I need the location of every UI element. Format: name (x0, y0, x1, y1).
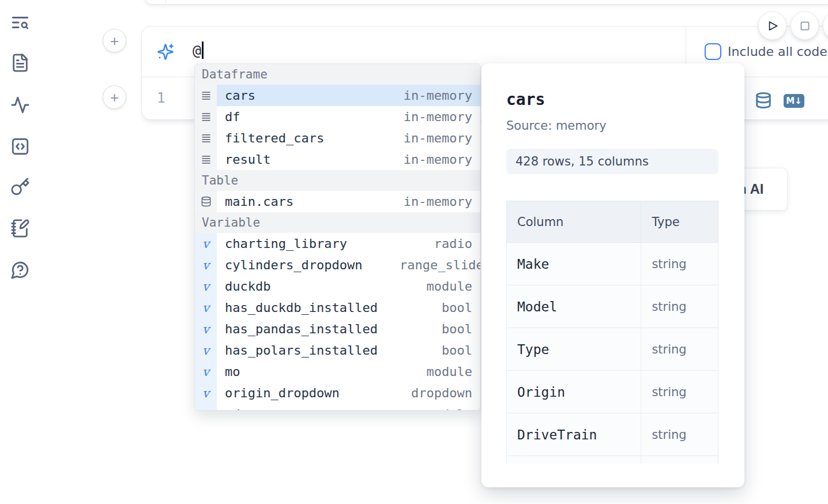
autocomplete-item-result[interactable]: resultin-memory (195, 149, 480, 170)
variable-icon: v (202, 386, 209, 400)
item-type: bool (442, 343, 480, 358)
item-main: has_pandas_installedbool (217, 318, 480, 340)
autocomplete-item-pd[interactable]: vpdmodule (195, 404, 480, 411)
autocomplete-item-charting_library[interactable]: vcharting_libraryradio (195, 233, 480, 254)
schema-table: ColumnTypeMakestringModelstringTypestrin… (506, 201, 718, 464)
code-square-icon[interactable] (10, 137, 31, 157)
item-main: resultin-memory (217, 149, 480, 170)
item-type: bool (442, 322, 480, 336)
autocomplete-menu: Dataframecarsin-memorydfin-memoryfiltere… (194, 63, 481, 411)
schema-row: Makestring (507, 243, 718, 285)
item-icon-gutter: v (195, 404, 217, 411)
item-type: in-memory (404, 110, 480, 124)
schema-column-type: string (641, 243, 718, 285)
schema-header-column: Column (507, 201, 641, 243)
item-main: carsin-memory (217, 85, 480, 106)
item-type: in-memory (404, 152, 480, 167)
schema-header-type: Type (641, 201, 718, 243)
sparkles-icon (157, 43, 174, 61)
schema-row: Modelstring (507, 285, 718, 328)
variable-icon: v (202, 280, 209, 294)
item-name: cylinders_dropdown (217, 258, 362, 272)
item-icon-gutter: v (195, 297, 217, 318)
item-name: main.cars (217, 194, 293, 209)
variable-icon: v (202, 301, 209, 315)
stop-button[interactable] (791, 12, 819, 40)
variable-icon: v (202, 237, 209, 251)
item-icon-gutter: v (195, 318, 217, 340)
autocomplete-item-has_duckdb_installed[interactable]: vhas_duckdb_installedbool (195, 297, 480, 318)
preview-table-wrap: ColumnTypeMakestringModelstringTypestrin… (506, 201, 719, 464)
item-name: has_duckdb_installed (217, 300, 378, 315)
database-icon[interactable] (755, 92, 772, 109)
item-type: in-memory (404, 131, 480, 145)
autocomplete-item-main.cars[interactable]: main.carsin-memory (195, 191, 480, 212)
item-main: filtered_carsin-memory (217, 127, 480, 149)
preview-source: Source: memory (506, 119, 744, 133)
variable-icon: v (202, 322, 209, 336)
item-type: radio (434, 236, 480, 251)
run-cell-button[interactable] (758, 12, 786, 40)
item-main: pdmodule (217, 404, 480, 411)
schema-column-name: DriveTrain (507, 413, 641, 456)
autocomplete-item-has_pandas_installed[interactable]: vhas_pandas_installedbool (195, 318, 480, 340)
item-type: module (427, 364, 480, 379)
item-main: has_polars_installedbool (217, 340, 480, 361)
autocomplete-item-mo[interactable]: vmomodule (195, 361, 480, 382)
item-type: module (427, 279, 480, 294)
previous-cell-bottom (144, 0, 828, 5)
item-type: in-memory (404, 194, 480, 209)
play-icon (765, 18, 780, 33)
autocomplete-section-header: Variable (195, 212, 480, 233)
autocomplete-item-origin_dropdown[interactable]: vorigin_dropdowndropdown (195, 382, 480, 404)
item-main: dfin-memory (217, 106, 480, 127)
autocomplete-item-df[interactable]: dfin-memory (195, 106, 480, 127)
autocomplete-section-header: Table (195, 170, 480, 191)
add-cell-below-button[interactable]: + (103, 85, 126, 109)
item-type: bool (442, 300, 480, 315)
autocomplete-item-filtered_cars[interactable]: filtered_carsin-memory (195, 127, 480, 149)
item-icon-gutter: v (195, 254, 217, 276)
item-main: origin_dropdowndropdown (217, 382, 480, 404)
key-icon[interactable] (10, 177, 31, 198)
item-name: cars (217, 88, 255, 103)
item-type: in-memory (404, 88, 480, 103)
item-name: duckdb (217, 279, 270, 294)
line-number: 1 (157, 90, 165, 106)
markdown-icon[interactable]: M↓ (784, 94, 804, 108)
activity-icon[interactable] (10, 95, 31, 116)
schema-column-name: Origin (507, 371, 641, 413)
item-name: has_polars_installed (217, 343, 378, 358)
schema-column-name: Type (507, 328, 641, 371)
schema-column-name: Model (507, 285, 641, 328)
item-name: charting_library (217, 236, 347, 251)
notebook-pen-icon[interactable] (10, 219, 31, 239)
schema-column-type: string (641, 285, 718, 328)
schema-row-partial (507, 456, 718, 464)
stop-icon (798, 19, 812, 33)
file-text-icon[interactable] (10, 53, 31, 74)
rows-icon (201, 111, 212, 122)
left-sidebar (0, 0, 42, 504)
variable-icon: v (202, 365, 209, 379)
item-icon-gutter (195, 85, 217, 106)
item-main: cylinders_dropdownrange_slider (217, 254, 480, 276)
add-cell-above-button[interactable]: + (103, 29, 126, 52)
autocomplete-item-cylinders_dropdown[interactable]: vcylinders_dropdownrange_slider (195, 254, 480, 276)
item-icon-gutter (195, 106, 217, 127)
autocomplete-item-has_polars_installed[interactable]: vhas_polars_installedbool (195, 340, 480, 361)
help-chat-icon[interactable] (10, 260, 31, 281)
item-icon-gutter: v (195, 276, 217, 297)
autocomplete-item-duckdb[interactable]: vduckdbmodule (195, 276, 480, 297)
include-all-code-checkbox[interactable] (705, 43, 721, 60)
item-main: charting_libraryradio (217, 233, 480, 254)
ai-prompt-input[interactable]: @ (193, 42, 204, 59)
variable-icon: v (202, 258, 209, 272)
variable-icon: v (202, 344, 209, 358)
variable-icon: v (202, 408, 209, 411)
autocomplete-item-cars[interactable]: carsin-memory (195, 85, 480, 106)
schema-row: Originstring (507, 371, 718, 413)
rows-icon (201, 90, 212, 101)
schema-column-type: string (641, 413, 718, 456)
text-search-icon[interactable] (10, 13, 31, 33)
